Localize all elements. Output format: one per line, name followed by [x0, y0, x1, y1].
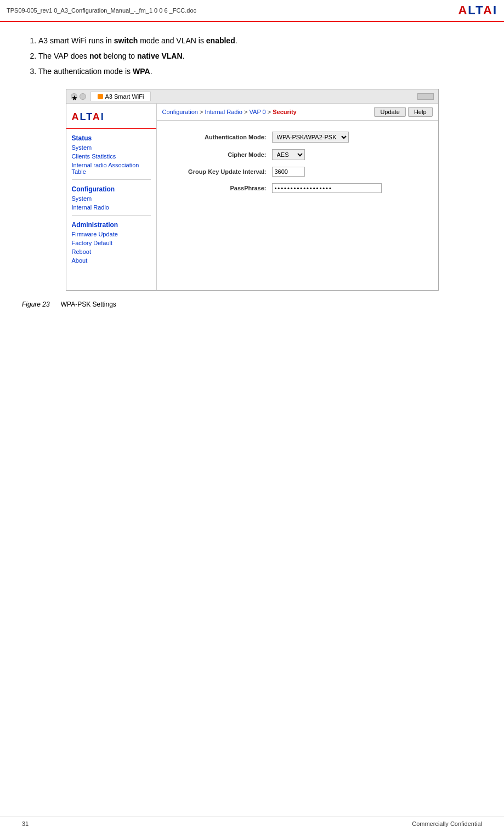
group-key-label: Group Key Update Interval:	[173, 168, 272, 175]
browser-window: ★ A3 Smart WiFi ALTAI Status System	[66, 89, 439, 291]
help-button[interactable]: Help	[408, 107, 433, 117]
sidebar-section-status: Status	[66, 132, 156, 143]
figure-caption-text: WPA-PSK Settings	[61, 301, 116, 308]
sidebar-section-administration: Administration	[66, 219, 156, 230]
sidebar-section-configuration: Configuration	[66, 183, 156, 194]
intro-item-3: The authentication mode is WPA.	[38, 64, 482, 79]
browser-minimize-icon[interactable]	[417, 93, 434, 100]
cipher-mode-select[interactable]: AES	[272, 149, 305, 160]
group-key-input[interactable]	[272, 167, 305, 177]
top-nav: Configuration > Internal Radio > VAP 0 >…	[157, 104, 438, 121]
confidentiality-label: Commercially Confidential	[412, 820, 482, 827]
passphrase-row: PassPhrase:	[173, 183, 422, 193]
sidebar-altai-logo: ALTAI	[72, 111, 151, 123]
intro-item-1: A3 smart WiFi runs in switch mode and VL…	[38, 33, 482, 48]
passphrase-input[interactable]	[272, 183, 382, 193]
sidebar-item-system-status[interactable]: System	[66, 143, 156, 152]
intro-item-2: The VAP does not belong to native VLAN.	[38, 48, 482, 64]
browser-icon-gear[interactable]	[80, 93, 86, 100]
auth-mode-row: Authentication Mode: WPA-PSK/WPA2-PSK	[173, 132, 422, 143]
figure-number: Figure 23	[22, 301, 50, 308]
altai-logo: ALTAI	[458, 3, 497, 18]
breadcrumb-security: Security	[273, 109, 296, 115]
form-area: Authentication Mode: WPA-PSK/WPA2-PSK Ci…	[157, 121, 438, 211]
breadcrumb-sep-2: >	[244, 109, 249, 115]
figure-caption: Figure 23 WPA-PSK Settings	[22, 301, 482, 308]
browser-titlebar: ★ A3 Smart WiFi	[66, 89, 438, 104]
cipher-mode-label: Cipher Mode:	[173, 151, 272, 158]
browser-tab[interactable]: A3 Smart WiFi	[90, 92, 151, 101]
breadcrumb-sep-3: >	[268, 109, 271, 115]
main-content: Configuration > Internal Radio > VAP 0 >…	[157, 104, 438, 290]
nav-buttons: Update Help	[374, 107, 432, 117]
sidebar-item-about[interactable]: About	[66, 256, 156, 265]
page-number: 31	[22, 820, 29, 827]
page-content: A3 smart WiFi runs in switch mode and VL…	[0, 22, 504, 330]
sidebar-item-internal-radio-config[interactable]: Internal Radio	[66, 203, 156, 212]
document-header: TPS09-005_rev1 0_A3_Configuration_Manual…	[0, 0, 504, 22]
browser-tab-label: A3 Smart WiFi	[105, 93, 144, 100]
browser-control-icons: ★	[71, 93, 86, 100]
sidebar-item-clients-statistics[interactable]: Clients Statistics	[66, 152, 156, 161]
breadcrumb-internal-radio[interactable]: Internal Radio	[205, 109, 242, 115]
sidebar-item-reboot[interactable]: Reboot	[66, 247, 156, 256]
app-inner: ALTAI Status System Clients Statistics I…	[66, 104, 438, 290]
breadcrumb-vap0[interactable]: VAP 0	[250, 109, 266, 115]
auth-mode-label: Authentication Mode:	[173, 134, 272, 140]
sidebar-item-factory-default[interactable]: Factory Default	[66, 239, 156, 247]
auth-mode-select[interactable]: WPA-PSK/WPA2-PSK	[272, 132, 349, 143]
sidebar-item-system-config[interactable]: System	[66, 194, 156, 203]
passphrase-label: PassPhrase:	[173, 185, 272, 191]
tab-favicon	[98, 94, 103, 99]
group-key-row: Group Key Update Interval:	[173, 167, 422, 177]
sidebar: ALTAI Status System Clients Statistics I…	[66, 104, 157, 290]
document-footer: 31 Commercially Confidential	[0, 817, 504, 827]
document-title: TPS09-005_rev1 0_A3_Configuration_Manual…	[7, 7, 196, 14]
update-button[interactable]: Update	[374, 107, 405, 117]
sidebar-logo: ALTAI	[66, 108, 156, 129]
intro-list: A3 smart WiFi runs in switch mode and VL…	[38, 33, 482, 79]
breadcrumb-configuration[interactable]: Configuration	[162, 109, 198, 115]
breadcrumb: Configuration > Internal Radio > VAP 0 >…	[162, 109, 297, 115]
sidebar-item-firmware-update[interactable]: Firmware Update	[66, 230, 156, 239]
sidebar-divider-2	[72, 215, 151, 216]
sidebar-item-internal-radio-assoc[interactable]: Internal radio Association Table	[66, 161, 156, 176]
browser-icon-star[interactable]: ★	[71, 93, 77, 100]
sidebar-divider-1	[72, 179, 151, 180]
cipher-mode-row: Cipher Mode: AES	[173, 149, 422, 160]
